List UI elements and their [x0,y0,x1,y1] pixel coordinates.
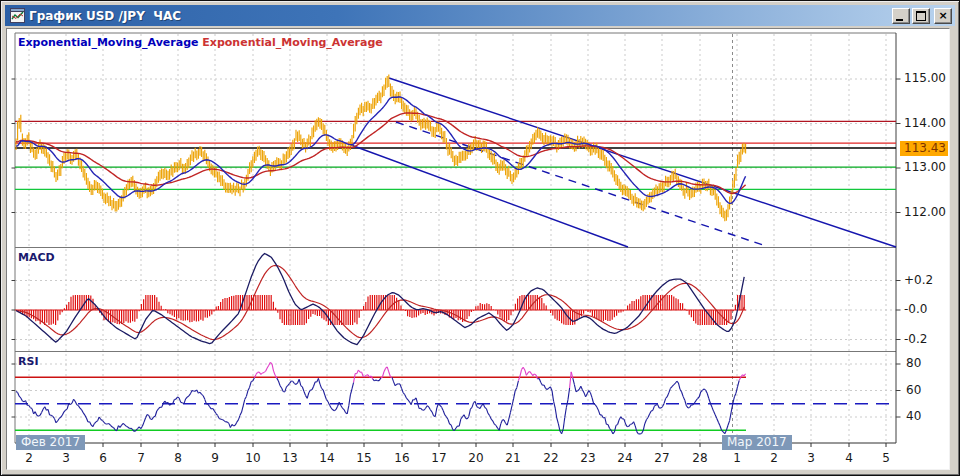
maximize-button[interactable] [912,8,930,24]
screen: График USD /JPY ЧАС × Exponential_Moving… [0,0,960,476]
minimize-button[interactable] [892,8,910,24]
window-title: График USD /JPY ЧАС [29,9,181,23]
maximize-icon [916,11,926,21]
minimize-icon [896,19,903,21]
chart-window: График USD /JPY ЧАС × Exponential_Moving… [0,0,960,476]
close-icon: × [938,9,947,22]
chart-window-icon [10,8,25,23]
window-controls: × [890,8,952,24]
title-bar[interactable]: График USD /JPY ЧАС × [5,5,955,26]
close-button[interactable]: × [934,8,952,24]
chart-client-area[interactable] [6,28,950,470]
